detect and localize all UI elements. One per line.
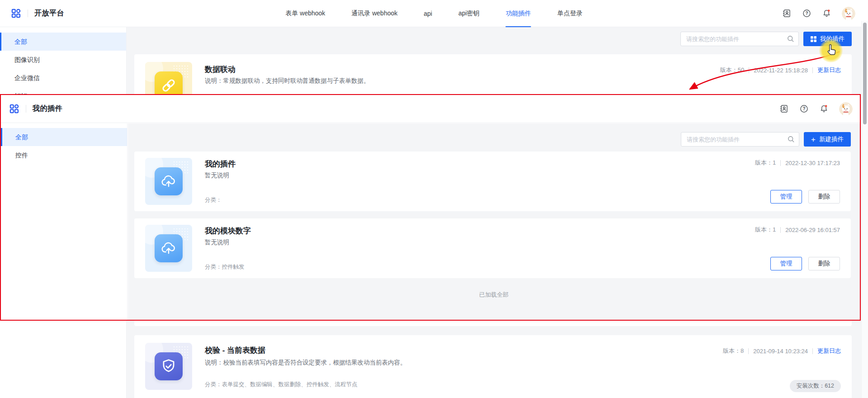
plugin-tile	[145, 158, 192, 205]
notification-bell-icon[interactable]	[822, 9, 831, 18]
plugin-updated: 2022-11-22 15:18:28	[754, 67, 808, 74]
my-plugins-button[interactable]: 我的插件	[803, 32, 852, 46]
sidebar-item-widgets[interactable]: 控件	[1, 146, 127, 164]
plugin-actions: 管理 删除	[770, 190, 840, 204]
nav-tab-form-webhook[interactable]: 表单 webhook	[285, 0, 325, 27]
inset-toolbar: + 新建插件	[681, 132, 851, 147]
my-plugins-overlay-window: 我的插件 全部 控件 + 新建插件	[0, 94, 861, 321]
header-icons	[779, 95, 853, 123]
nav-tab-feature-plugins[interactable]: 功能插件	[506, 0, 531, 27]
meta-divider	[812, 67, 813, 73]
plugin-meta: 版本：50 2022-11-22 15:18:28 更新日志	[720, 66, 841, 74]
loaded-all-text: 已加载全部	[128, 291, 860, 299]
search-input[interactable]	[681, 132, 799, 147]
help-icon[interactable]	[802, 9, 811, 18]
plugin-title: 数据联动	[205, 64, 236, 75]
plugin-version: 版本：8	[723, 347, 744, 355]
install-count-badge: 安装次数：612	[790, 380, 841, 392]
plugin-card-my-plugin: 我的插件 暂无说明 分类： 版本：1 2022-12-30 17:17:23 管…	[134, 152, 851, 211]
inset-header: 我的插件	[1, 95, 860, 123]
app-grid-logo-icon	[9, 104, 19, 114]
shield-check-icon	[155, 352, 183, 380]
search-icon	[787, 135, 795, 143]
sidebar-item-image-recognition[interactable]: 图像识别	[0, 51, 126, 69]
plugin-updated: 2022-12-30 17:17:23	[785, 160, 840, 166]
plugin-updated: 2022-06-29 16:01:57	[785, 227, 840, 233]
scrollbar-track[interactable]	[861, 21, 868, 398]
inset-sidebar: 全部 控件	[1, 123, 127, 320]
delete-button[interactable]: 删除	[808, 190, 840, 204]
search-box	[680, 32, 799, 46]
brand-divider	[26, 105, 26, 113]
delete-button[interactable]: 删除	[808, 257, 840, 270]
nav-tab-contacts-webhook[interactable]: 通讯录 webhook	[351, 0, 397, 27]
brand-divider	[28, 9, 28, 17]
my-plugins-button-label: 我的插件	[820, 35, 844, 43]
header-icons	[782, 0, 855, 27]
new-plugin-button[interactable]: + 新建插件	[804, 132, 851, 147]
plugin-tile	[145, 343, 192, 390]
avatar[interactable]	[839, 102, 853, 116]
brand: 开放平台	[11, 0, 64, 27]
plugin-meta: 版本：1 2022-06-29 16:01:57	[755, 226, 840, 234]
manage-button[interactable]: 管理	[770, 190, 802, 204]
search-box	[681, 132, 799, 147]
meta-divider	[780, 160, 781, 166]
search-icon	[787, 35, 795, 43]
top-nav: 表单 webhook 通讯录 webhook api api密钥 功能插件 单点…	[285, 0, 582, 27]
window-title: 我的插件	[33, 104, 62, 114]
market-toolbar: 我的插件	[680, 32, 852, 46]
plugin-description: 暂无说明	[205, 238, 229, 246]
plugin-actions: 管理 删除	[770, 257, 840, 270]
meta-divider	[780, 227, 781, 233]
app-grid-logo-icon	[11, 8, 21, 19]
plugin-title: 校验 - 当前表数据	[205, 345, 265, 355]
plugin-card-verify: 校验 - 当前表数据 说明：校验当前表填写内容是否符合设定要求，根据结果改动当前…	[134, 335, 852, 398]
cloud-upload-icon	[155, 167, 183, 195]
plugin-meta: 版本：8 2021-09-14 10:23:24 更新日志	[723, 347, 841, 355]
sidebar-item-wecom[interactable]: 企业微信	[0, 69, 126, 87]
plugin-title: 我的插件	[205, 159, 236, 169]
changelog-link[interactable]: 更新日志	[817, 66, 841, 74]
grid-icon	[811, 36, 816, 42]
plugin-version: 版本：1	[755, 226, 776, 234]
nav-tab-sso[interactable]: 单点登录	[557, 0, 583, 27]
sidebar-item-all[interactable]: 全部	[1, 128, 127, 146]
meta-divider	[812, 348, 813, 354]
plugin-version: 版本：50	[720, 66, 744, 74]
manage-button[interactable]: 管理	[770, 257, 802, 270]
plugin-categories: 分类：控件触发	[205, 263, 245, 271]
inset-content: + 新建插件 我的插件 暂无说明 分类： 版本：1 2022-12-30 17:…	[128, 123, 860, 320]
new-plugin-button-label: 新建插件	[819, 135, 844, 143]
cloud-upload-icon	[155, 234, 183, 262]
scrollbar-thumb[interactable]	[863, 23, 867, 124]
plugin-updated: 2021-09-14 10:23:24	[753, 348, 808, 355]
plugin-version: 版本：1	[755, 159, 776, 167]
nav-tab-api[interactable]: api	[424, 0, 432, 27]
plugin-meta: 版本：1 2022-12-30 17:17:23	[755, 159, 840, 167]
meta-divider	[749, 67, 749, 73]
plugin-categories: 分类：表单提交、数据编辑、数据删除、控件触发、流程节点	[205, 381, 358, 389]
meta-divider	[748, 348, 749, 354]
contact-book-icon[interactable]	[779, 104, 789, 114]
plugin-description: 说明：校验当前表填写内容是否符合设定要求，根据结果改动当前表内容。	[205, 359, 406, 367]
avatar[interactable]	[842, 7, 855, 20]
main-header: 开放平台 表单 webhook 通讯录 webhook api api密钥 功能…	[0, 0, 868, 27]
plus-icon: +	[811, 136, 816, 143]
plugin-description: 说明：常规数据联动，支持同时联动普通数据与子表单数据。	[205, 77, 370, 85]
plugin-title: 我的模块数字	[205, 226, 251, 236]
contact-book-icon[interactable]	[782, 9, 792, 18]
sidebar-item-all[interactable]: 全部	[0, 33, 126, 51]
plugin-tile	[145, 225, 192, 272]
nav-tab-api-key[interactable]: api密钥	[458, 0, 480, 27]
brand: 我的插件	[9, 95, 62, 123]
help-icon[interactable]	[799, 104, 809, 114]
changelog-link[interactable]: 更新日志	[817, 347, 841, 355]
plugin-categories: 分类：	[205, 196, 222, 204]
plugin-card-my-module: 我的模块数字 暂无说明 分类：控件触发 版本：1 2022-06-29 16:0…	[134, 218, 851, 278]
plugin-description: 暂无说明	[205, 171, 229, 180]
search-input[interactable]	[680, 32, 799, 46]
notification-bell-icon[interactable]	[819, 104, 829, 114]
open-platform-page: 开放平台 表单 webhook 通讯录 webhook api api密钥 功能…	[0, 0, 868, 398]
page-title: 开放平台	[34, 9, 64, 18]
